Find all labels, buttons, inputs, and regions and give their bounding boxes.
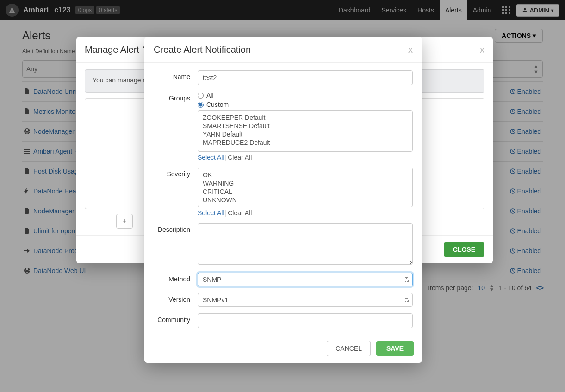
group-option[interactable]: MAPREDUCE2 Default	[203, 138, 408, 147]
add-notification-button[interactable]: +	[116, 214, 133, 229]
label-description: Description	[154, 223, 198, 266]
modal1-title: Manage Alert No	[85, 44, 154, 55]
label-version: Version	[154, 293, 198, 300]
group-option[interactable]: YARN Default	[203, 130, 408, 138]
groups-select-all-link[interactable]: Select All	[198, 154, 224, 161]
severity-select-all-link[interactable]: Select All	[198, 209, 224, 217]
groups-select[interactable]: ZOOKEEPER DefaultSMARTSENSE DefaultYARN …	[198, 110, 413, 152]
version-select[interactable]: SNMPv1	[198, 293, 413, 300]
severity-clear-all-link[interactable]: Clear All	[228, 209, 252, 217]
modal2-close-icon[interactable]: x	[408, 44, 413, 55]
groups-radio-all[interactable]: All	[198, 92, 413, 99]
create-notification-modal: Create Alert Notification x Name Groups …	[144, 37, 422, 300]
modal1-close-button[interactable]: CLOSE	[444, 242, 484, 257]
groups-clear-all-link[interactable]: Clear All	[228, 154, 252, 161]
label-groups: Groups	[154, 92, 198, 161]
modal2-title: Create Alert Notification	[154, 44, 251, 55]
method-select[interactable]: SNMP	[198, 273, 413, 286]
name-input[interactable]	[198, 70, 413, 85]
modal1-close-icon[interactable]: x	[480, 44, 484, 55]
severity-select[interactable]: OKWARNINGCRITICALUNKNOWN	[198, 168, 413, 207]
label-name: Name	[154, 70, 198, 85]
group-option[interactable]: ZOOKEEPER Default	[203, 113, 408, 122]
severity-option[interactable]: OK	[203, 171, 408, 179]
label-method: Method	[154, 273, 198, 286]
severity-option[interactable]: UNKNOWN	[203, 196, 408, 204]
description-textarea[interactable]	[198, 223, 413, 265]
groups-radio-custom[interactable]: Custom	[198, 101, 413, 108]
severity-option[interactable]: CRITICAL	[203, 187, 408, 196]
group-option[interactable]: SMARTSENSE Default	[203, 122, 408, 130]
severity-option[interactable]: WARNING	[203, 179, 408, 187]
label-severity: Severity	[154, 168, 198, 217]
